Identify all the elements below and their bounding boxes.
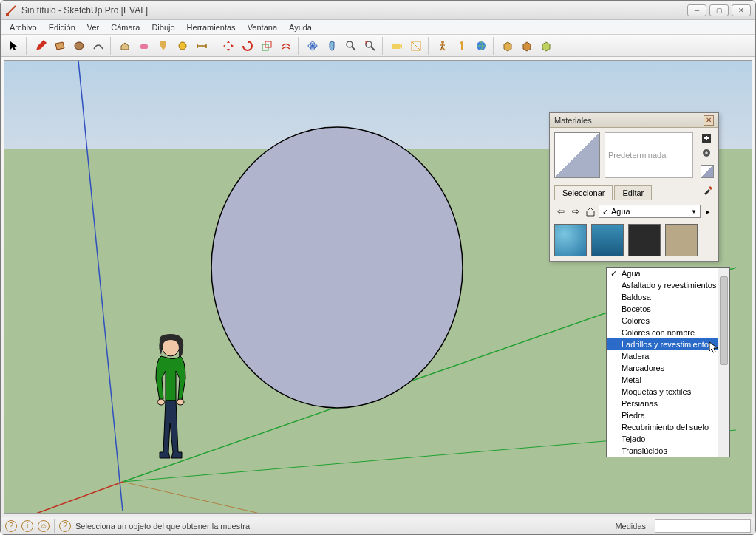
help-icon[interactable]: ? [5,520,17,532]
dropdown-item[interactable]: Metal [607,374,729,386]
dropdown-item[interactable]: Recubrimiento del suelo [607,421,729,433]
toolbar-separator [214,37,217,55]
svg-point-1 [75,42,84,50]
select-tool-icon[interactable] [5,37,23,55]
materials-panel-titlebar[interactable]: Materiales ✕ [550,113,718,128]
combo-selected-label: Agua [611,207,630,216]
svg-rect-2 [140,44,148,49]
component-tool-icon[interactable] [499,37,517,55]
material-name-field[interactable]: Predeterminada [605,132,693,178]
tab-editar[interactable]: Editar [614,185,652,200]
menu-ventana[interactable]: Ventana [242,21,283,33]
component2-tool-icon[interactable] [518,37,536,55]
circle-tool-icon[interactable] [70,37,88,55]
dropdown-item[interactable]: Moquetas y textiles [607,386,729,398]
svg-line-19 [34,482,123,513]
dropdown-item[interactable]: Asfaltado y revestimientos [607,279,729,291]
materials-panel: Materiales ✕ Predeterminada Selecci [549,112,719,262]
menu-archivo[interactable]: Archivo [4,21,43,33]
nav-home-icon[interactable] [584,205,597,218]
statusbar: ? i ☺ ? Selecciona un objeto del que obt… [1,517,755,534]
menu-ayuda[interactable]: Ayuda [283,21,318,33]
app-icon [5,4,17,16]
menu-ver[interactable]: Ver [81,21,106,33]
nav-forward-icon[interactable]: ⇨ [569,205,582,218]
walk-tool-icon[interactable] [434,37,452,55]
section-tool-icon[interactable] [407,37,425,55]
measure-label: Medidas [615,522,650,531]
dropdown-item[interactable]: Tejado [607,433,729,445]
eyedropper-icon[interactable] [702,184,714,200]
zoom-extents-tool-icon[interactable] [361,37,379,55]
tab-seleccionar[interactable]: Seleccionar [554,185,613,200]
app-window: Sin título - SketchUp Pro [EVAL] ─ ▢ ✕ A… [0,0,756,535]
toolbar-separator [298,37,301,55]
default-material-swatch[interactable] [701,165,714,178]
chevron-down-icon: ▼ [691,208,697,215]
maximize-button[interactable]: ▢ [709,4,729,16]
dropdown-item[interactable]: Colores [607,315,729,327]
move-tool-icon[interactable] [219,37,237,55]
add-tool-icon[interactable] [537,37,555,55]
toolbar [1,35,755,57]
svg-point-3 [179,42,186,50]
details-icon[interactable]: ▸ [702,205,714,217]
window-title: Sin título - SketchUp Pro [EVAL] [21,5,684,16]
measure-field[interactable] [655,519,751,533]
add-to-model-icon[interactable] [701,147,712,159]
orbit-tool-icon[interactable] [304,37,321,55]
zoom-tool-icon[interactable] [342,37,360,55]
dropdown-item[interactable]: Marcadores [607,362,729,374]
minimize-button[interactable]: ─ [687,4,706,16]
person-icon[interactable]: ☺ [38,520,50,532]
pan-tool-icon[interactable] [323,37,341,55]
close-button[interactable]: ✕ [732,4,751,16]
paint-tool-icon[interactable] [154,37,172,55]
dropdown-scrollbar[interactable] [718,268,729,457]
menu-edicion[interactable]: Edición [43,21,81,33]
check-icon: ✓ [602,208,608,216]
offset-tool-icon[interactable] [277,37,295,55]
titlebar: Sin título - SketchUp Pro [EVAL] ─ ▢ ✕ [1,1,755,20]
eraser-tool-icon[interactable] [135,37,153,55]
menubar: Archivo Edición Ver Cámara Dibujo Herram… [1,20,755,35]
dimension-tool-icon[interactable] [193,37,211,55]
svg-point-21 [211,127,463,408]
svg-point-10 [366,41,372,47]
dropdown-item[interactable]: Colores con nombre [607,327,729,338]
dropdown-item[interactable]: Agua [607,268,729,279]
material-thumb[interactable] [591,224,624,256]
dropdown-item[interactable]: Translúcidos [607,445,729,457]
materials-close-button[interactable]: ✕ [704,115,714,126]
material-thumb[interactable] [554,224,587,256]
rotate-tool-icon[interactable] [239,37,256,55]
info-icon[interactable]: i [21,520,33,532]
material-library-combo[interactable]: ✓ Agua ▼ [599,205,701,218]
menu-dibujo[interactable]: Dibujo [146,21,180,33]
viewport[interactable]: Materiales ✕ Predeterminada Selecci [4,60,752,514]
hint-help-icon[interactable]: ? [59,520,71,532]
arc-tool-icon[interactable] [89,37,107,55]
dropdown-item[interactable]: Baldosa [607,291,729,303]
menu-herramientas[interactable]: Herramientas [181,21,242,33]
lookaround-tool-icon[interactable] [453,37,471,55]
rectangle-tool-icon[interactable] [51,37,69,55]
materials-panel-title: Materiales [554,116,592,125]
dropdown-item[interactable]: Bocetos [607,303,729,315]
pencil-tool-icon[interactable] [32,37,50,55]
nav-back-icon[interactable]: ⇦ [554,205,568,218]
menu-camara[interactable]: Cámara [105,21,146,33]
scale-tool-icon[interactable] [258,37,276,55]
svg-point-23 [157,399,165,405]
camera-tool-icon[interactable] [388,37,406,55]
globe-tool-icon[interactable] [472,37,490,55]
toolbar-separator [110,37,113,55]
dropdown-item[interactable]: Persianas [607,398,729,409]
dropdown-item[interactable]: Piedra [607,409,729,421]
material-thumb[interactable] [665,224,698,256]
tape-tool-icon[interactable] [174,37,191,55]
create-material-icon[interactable] [701,132,712,144]
material-preview-swatch[interactable] [554,132,600,178]
pushpull-tool-icon[interactable] [116,37,134,55]
material-thumb[interactable] [628,224,661,256]
